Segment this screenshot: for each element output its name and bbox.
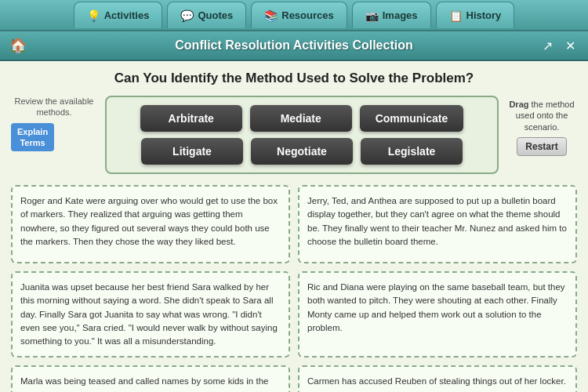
restart-button[interactable]: Restart bbox=[517, 137, 566, 156]
methods-area: Review the available methods. ExplainTer… bbox=[11, 96, 577, 174]
scenario-card-1[interactable]: Roger and Kate were arguing over who wou… bbox=[11, 185, 290, 263]
home-button[interactable]: 🏠 bbox=[9, 37, 27, 54]
scenario-card-4[interactable]: Ric and Diana were playing on the same b… bbox=[298, 271, 577, 358]
page-title: Can You Identify the Method Used to Solv… bbox=[11, 71, 577, 86]
nav-tab-images-label: Images bbox=[383, 9, 418, 21]
methods-right-panel: Drag the method used onto the scenario. … bbox=[506, 96, 577, 174]
main-content: Can You Identify the Method Used to Solv… bbox=[0, 61, 588, 392]
title-bar: 🏠 Conflict Resolution Activities Collect… bbox=[0, 31, 588, 61]
nav-tab-history-label: History bbox=[466, 9, 502, 21]
scenario-5-text: Marla was being teased and called names … bbox=[20, 376, 268, 392]
nav-tab-quotes-label: Quotes bbox=[198, 9, 233, 21]
scenario-card-5[interactable]: Marla was being teased and called names … bbox=[11, 365, 290, 392]
home-icon: 🏠 bbox=[9, 38, 27, 53]
methods-row-1: Arbitrate Mediate Communicate bbox=[116, 105, 488, 132]
methods-row-2: Litigate Negotiate Legislate bbox=[116, 138, 488, 165]
activities-icon: 💡 bbox=[87, 9, 100, 22]
scenario-card-2[interactable]: Jerry, Ted, and Anthea are supposed to p… bbox=[298, 185, 577, 263]
nav-tab-activities-label: Activities bbox=[104, 9, 150, 21]
nav-tab-activities[interactable]: 💡 Activities bbox=[74, 2, 163, 28]
resources-icon: 📚 bbox=[264, 9, 278, 22]
nav-tab-images[interactable]: 📷 Images bbox=[352, 2, 431, 28]
top-navigation: 💡 Activities 💬 Quotes 📚 Resources 📷 Imag… bbox=[0, 0, 588, 31]
method-arbitrate-button[interactable]: Arbitrate bbox=[140, 105, 242, 132]
nav-tab-quotes[interactable]: 💬 Quotes bbox=[167, 2, 246, 28]
app-title: Conflict Resolution Activities Collectio… bbox=[175, 38, 412, 53]
title-bar-actions: ↗ ✕ bbox=[539, 37, 579, 55]
method-negotiate-button[interactable]: Negotiate bbox=[251, 138, 353, 165]
nav-tab-resources[interactable]: 📚 Resources bbox=[251, 2, 347, 28]
method-communicate-button[interactable]: Communicate bbox=[360, 105, 464, 132]
method-litigate-button[interactable]: Litigate bbox=[141, 138, 243, 165]
scenario-1-text: Roger and Kate were arguing over who wou… bbox=[20, 196, 278, 246]
drag-instruction: Drag the method used onto the scenario. bbox=[506, 99, 577, 132]
share-button[interactable]: ↗ bbox=[539, 37, 556, 55]
methods-left-panel: Review the available methods. ExplainTer… bbox=[11, 96, 97, 174]
history-icon: 📋 bbox=[449, 9, 463, 22]
quotes-icon: 💬 bbox=[180, 9, 194, 22]
scenario-card-3[interactable]: Juanita was upset because her best frien… bbox=[11, 271, 290, 358]
method-mediate-button[interactable]: Mediate bbox=[250, 105, 352, 132]
review-text: Review the available methods. bbox=[11, 96, 97, 118]
scenario-3-text: Juanita was upset because her best frien… bbox=[20, 282, 278, 346]
nav-tab-resources-label: Resources bbox=[281, 9, 333, 21]
scenario-card-6[interactable]: Carmen has accused Reuben of stealing th… bbox=[298, 365, 577, 392]
images-icon: 📷 bbox=[365, 9, 379, 22]
scenario-4-text: Ric and Diana were playing on the same b… bbox=[307, 282, 565, 332]
scenario-2-text: Jerry, Ted, and Anthea are supposed to p… bbox=[307, 196, 567, 246]
scenario-6-text: Carmen has accused Reuben of stealing th… bbox=[307, 376, 566, 392]
methods-grid: Arbitrate Mediate Communicate Litigate N… bbox=[105, 96, 499, 174]
explain-terms-button[interactable]: ExplainTerms bbox=[11, 123, 54, 152]
method-legislate-button[interactable]: Legislate bbox=[361, 138, 463, 165]
close-button[interactable]: ✕ bbox=[562, 37, 579, 55]
nav-tab-history[interactable]: 📋 History bbox=[436, 2, 515, 28]
scenarios-grid: Roger and Kate were arguing over who wou… bbox=[11, 185, 577, 392]
